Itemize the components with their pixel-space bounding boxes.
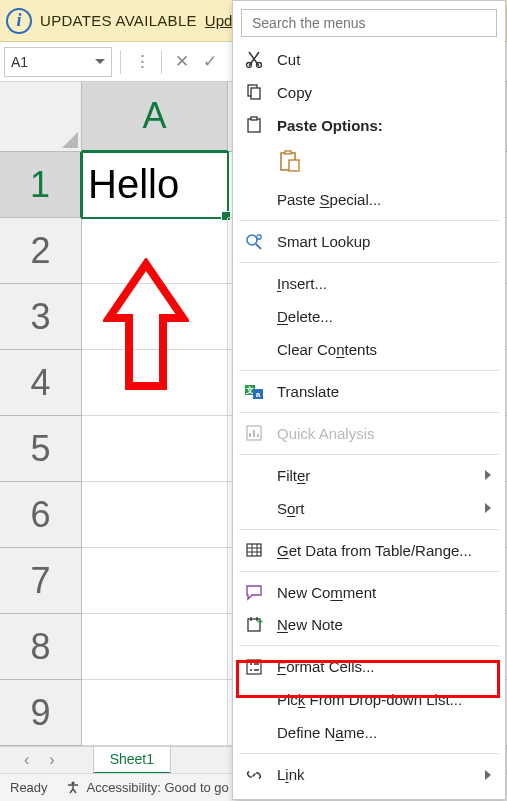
cell-A6[interactable]: [82, 482, 228, 548]
menu-define-name-label: Define Name...: [277, 724, 377, 741]
menu-delete[interactable]: Delete...: [233, 300, 505, 333]
cell-A8[interactable]: [82, 614, 228, 680]
menu-delete-label: Delete...: [277, 308, 333, 325]
cell-A1[interactable]: Hello: [82, 152, 228, 218]
cut-icon: [243, 48, 265, 70]
paste-icon: [243, 114, 265, 136]
menu-paste-special[interactable]: Paste Special...: [233, 184, 505, 217]
prev-sheet-nav[interactable]: ‹: [24, 751, 29, 769]
menu-pick-list-label: Pick From Drop-down List...: [277, 691, 462, 708]
separator: [239, 753, 499, 754]
menu-link-label: Link: [277, 766, 305, 783]
menu-get-data[interactable]: Get Data from Table/Range...: [233, 534, 505, 567]
menu-translate[interactable]: 文a Translate: [233, 375, 505, 408]
menu-clear-contents[interactable]: Clear Contents: [233, 333, 505, 366]
comment-icon: [243, 581, 265, 603]
format-cells-icon: [243, 656, 265, 678]
info-icon: i: [6, 8, 32, 34]
svg-text:文: 文: [245, 386, 254, 395]
menu-link[interactable]: Link: [233, 758, 505, 791]
menu-search[interactable]: [241, 9, 497, 37]
select-all-corner[interactable]: [0, 82, 82, 152]
row-header-5[interactable]: 5: [0, 416, 82, 482]
menu-insert[interactable]: Insert...: [233, 267, 505, 300]
cell-A2[interactable]: [82, 218, 228, 284]
row-header-7[interactable]: 7: [0, 548, 82, 614]
menu-filter[interactable]: Filter: [233, 459, 505, 492]
row-header-1[interactable]: 1: [0, 152, 82, 218]
accessibility-icon: [66, 780, 80, 794]
separator: [239, 412, 499, 413]
chevron-down-icon: [95, 59, 105, 64]
quick-analysis-icon: [243, 422, 265, 444]
menu-new-comment-label: New Comment: [277, 584, 376, 601]
menu-translate-label: Translate: [277, 383, 339, 400]
row-header-9[interactable]: 9: [0, 680, 82, 746]
link-icon: [243, 764, 265, 786]
row-header-4[interactable]: 4: [0, 350, 82, 416]
menu-sort[interactable]: Sort: [233, 492, 505, 525]
menu-smart-lookup-label: Smart Lookup: [277, 233, 370, 250]
menu-new-comment[interactable]: New Comment: [233, 576, 505, 609]
cancel-button[interactable]: ✕: [170, 47, 194, 77]
paste-default-button[interactable]: [277, 148, 303, 177]
cell-A9[interactable]: [82, 680, 228, 746]
sheet-tab-sheet1[interactable]: Sheet1: [93, 747, 171, 774]
table-icon: [243, 539, 265, 561]
separator: [239, 571, 499, 572]
row-header-3[interactable]: 3: [0, 284, 82, 350]
menu-cut[interactable]: Cut: [233, 43, 505, 76]
paste-options-row: [233, 142, 505, 184]
menu-quick-analysis: Quick Analysis: [233, 417, 505, 450]
cell-A5[interactable]: [82, 416, 228, 482]
menu-insert-label: Insert...: [277, 275, 327, 292]
cell-A3[interactable]: [82, 284, 228, 350]
separator: [239, 262, 499, 263]
name-box-value: A1: [11, 54, 28, 70]
menu-smart-lookup[interactable]: i Smart Lookup: [233, 225, 505, 258]
status-accessibility: Accessibility: Good to go: [66, 780, 229, 795]
context-menu: Cut Copy Paste Options: Paste Special...…: [232, 0, 506, 800]
svg-rect-8: [285, 151, 291, 154]
next-sheet-nav[interactable]: ›: [49, 751, 54, 769]
menu-sort-label: Sort: [277, 500, 305, 517]
copy-icon: [243, 81, 265, 103]
menu-search-input[interactable]: [250, 14, 488, 32]
menu-paste-options-label: Paste Options:: [277, 117, 383, 134]
status-ready: Ready: [10, 780, 48, 795]
menu-copy[interactable]: Copy: [233, 76, 505, 109]
row-header-8[interactable]: 8: [0, 614, 82, 680]
divider: [120, 50, 121, 74]
updates-link[interactable]: Upd: [205, 12, 233, 29]
name-box[interactable]: A1: [4, 47, 112, 77]
menu-define-name[interactable]: Define Name...: [233, 716, 505, 749]
svg-rect-18: [247, 544, 261, 556]
translate-icon: 文a: [243, 381, 265, 403]
column-header-A[interactable]: A: [82, 82, 228, 152]
smart-lookup-icon: i: [243, 231, 265, 253]
svg-point-21: [250, 663, 252, 665]
separator: [239, 220, 499, 221]
menu-new-note[interactable]: New Note: [233, 608, 505, 641]
menu-pick-list[interactable]: Pick From Drop-down List...: [233, 683, 505, 716]
menu-format-cells[interactable]: Format Cells...: [233, 650, 505, 683]
svg-rect-6: [251, 117, 257, 120]
cell-A4[interactable]: [82, 350, 228, 416]
menu-paste-special-label: Paste Special...: [277, 191, 381, 208]
chevron-right-icon: [485, 503, 491, 513]
enter-button[interactable]: ✓: [198, 47, 222, 77]
status-accessibility-label: Accessibility: Good to go: [86, 780, 228, 795]
chevron-right-icon: [485, 770, 491, 780]
svg-point-22: [250, 669, 252, 671]
menu-cut-label: Cut: [277, 51, 300, 68]
menu-get-data-label: Get Data from Table/Range...: [277, 542, 472, 559]
menu-quick-analysis-label: Quick Analysis: [277, 425, 375, 442]
cell-A7[interactable]: [82, 548, 228, 614]
svg-point-10: [247, 235, 257, 245]
more-icon[interactable]: ⋮: [129, 47, 153, 77]
row-header-2[interactable]: 2: [0, 218, 82, 284]
svg-rect-20: [247, 660, 261, 674]
svg-text:i: i: [258, 234, 259, 240]
row-header-6[interactable]: 6: [0, 482, 82, 548]
menu-clear-contents-label: Clear Contents: [277, 341, 377, 358]
